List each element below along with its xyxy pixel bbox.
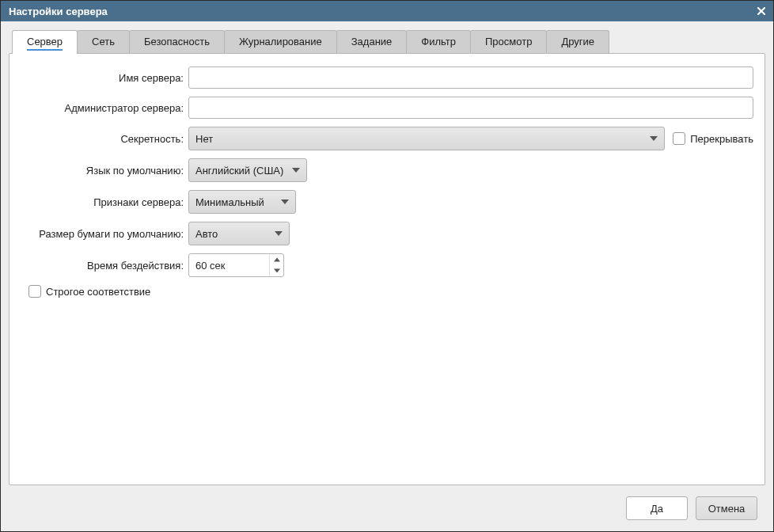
row-default-language: Язык по умолчанию: Английский (США) [21, 158, 753, 182]
cancel-button-label: Отмена [708, 503, 746, 515]
chevron-down-icon [274, 268, 280, 274]
ok-button-label: Да [651, 503, 663, 515]
controls-default-language: Английский (США) [188, 158, 753, 182]
checkbox-box-icon [28, 285, 41, 298]
default-paper-size-combo-value: Авто [195, 228, 218, 240]
tab-label: Другие [561, 36, 594, 48]
tab-filter[interactable]: Фильтр [406, 30, 471, 54]
svg-marker-2 [650, 136, 658, 141]
server-traits-combo[interactable]: Минимальный [188, 190, 296, 214]
default-paper-size-combo[interactable]: Авто [188, 222, 290, 245]
tab-label: Фильтр [421, 36, 456, 48]
label-server-name: Имя сервера: [21, 72, 184, 84]
tab-label: Безопасность [144, 36, 210, 48]
label-server-traits: Признаки сервера: [21, 196, 184, 208]
server-name-input[interactable] [188, 66, 753, 89]
svg-marker-4 [281, 200, 289, 204]
secrecy-combo-value: Нет [195, 133, 213, 145]
row-server-traits: Признаки сервера: Минимальный [21, 190, 753, 214]
tab-label: Просмотр [485, 36, 532, 48]
default-language-combo[interactable]: Английский (США) [188, 158, 307, 182]
chevron-down-icon [279, 196, 290, 207]
spinner-up[interactable] [270, 254, 283, 265]
secrecy-combo[interactable]: Нет [188, 127, 665, 150]
label-default-paper-size: Размер бумаги по умолчанию: [21, 228, 184, 240]
content: Сервер Сеть Безопасность Журналирование … [1, 21, 773, 531]
chevron-down-icon [273, 228, 284, 239]
spinner-down[interactable] [270, 265, 283, 276]
tab-panel-server: Имя сервера: Администратор сервера: Секр… [9, 53, 765, 485]
tab-other[interactable]: Другие [546, 30, 609, 54]
window: Настройки сервера Сервер Сеть Безопаснос… [0, 0, 774, 532]
tab-security[interactable]: Безопасность [129, 30, 225, 54]
chevron-up-icon [274, 256, 280, 263]
tab-view[interactable]: Просмотр [470, 30, 547, 54]
row-idle-time: Время бездействия: 60 сек [21, 253, 753, 277]
footer: Да Отмена [9, 485, 765, 523]
titlebar: Настройки сервера [1, 1, 773, 21]
row-secrecy: Секретность: Нет Перекрывать [21, 127, 753, 150]
svg-marker-7 [274, 269, 280, 273]
controls-default-paper-size: Авто [188, 222, 753, 245]
overlay-checkbox[interactable]: Перекрывать [673, 132, 753, 145]
chevron-down-icon [648, 133, 659, 144]
label-server-admin: Администратор сервера: [21, 102, 184, 114]
idle-time-value: 60 сек [195, 260, 269, 272]
default-language-combo-value: Английский (США) [195, 165, 283, 177]
controls-idle-time: 60 сек [188, 253, 753, 277]
chevron-down-icon [290, 165, 302, 176]
tab-network[interactable]: Сеть [77, 30, 130, 54]
tab-label: Сервер [27, 36, 63, 51]
row-server-admin: Администратор сервера: [21, 97, 753, 119]
svg-marker-3 [292, 168, 300, 173]
cancel-button[interactable]: Отмена [696, 496, 757, 520]
server-admin-input[interactable] [188, 97, 753, 119]
controls-server-admin [188, 97, 753, 119]
tab-logging[interactable]: Журналирование [224, 30, 337, 54]
controls-server-name [188, 66, 753, 89]
svg-marker-6 [274, 258, 280, 262]
tabs: Сервер Сеть Безопасность Журналирование … [12, 29, 765, 53]
row-server-name: Имя сервера: [21, 66, 753, 89]
checkbox-box-icon [673, 132, 685, 145]
svg-marker-5 [275, 231, 283, 236]
tab-server[interactable]: Сервер [12, 30, 78, 54]
close-icon [757, 7, 765, 15]
strict-match-checkbox[interactable]: Строгое соответствие [28, 285, 753, 298]
row-default-paper-size: Размер бумаги по умолчанию: Авто [21, 222, 753, 245]
label-secrecy: Секретность: [21, 133, 184, 145]
strict-match-label: Строгое соответствие [46, 286, 150, 298]
controls-secrecy: Нет Перекрывать [188, 127, 753, 150]
tab-label: Сеть [92, 36, 115, 48]
server-traits-combo-value: Минимальный [195, 196, 264, 208]
tab-label: Журналирование [239, 36, 322, 48]
tab-job[interactable]: Задание [336, 30, 408, 54]
spinner-buttons [269, 254, 283, 276]
window-title: Настройки сервера [9, 6, 108, 17]
label-default-language: Язык по умолчанию: [21, 165, 184, 177]
tab-label: Задание [351, 36, 393, 48]
idle-time-spinner[interactable]: 60 сек [188, 253, 284, 277]
ok-button[interactable]: Да [626, 496, 688, 520]
label-idle-time: Время бездействия: [21, 260, 184, 272]
controls-server-traits: Минимальный [188, 190, 753, 214]
close-button[interactable] [754, 4, 768, 18]
overlay-checkbox-label: Перекрывать [690, 133, 753, 145]
